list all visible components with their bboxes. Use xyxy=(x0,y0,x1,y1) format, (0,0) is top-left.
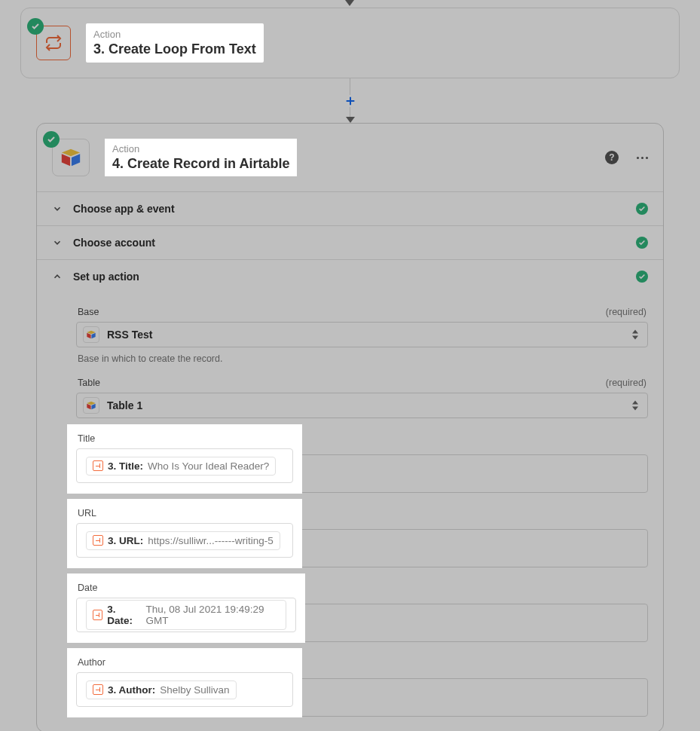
svg-marker-9 xyxy=(632,336,638,340)
section-label: Choose app & event xyxy=(73,203,175,215)
table-select[interactable]: Table 1 xyxy=(76,393,648,418)
field-url-highlight: URL 3. URL: https://sulliwr...------writ… xyxy=(67,499,302,568)
field-table: Table (required) Table 1 xyxy=(52,378,648,418)
status-check-icon xyxy=(636,271,648,283)
field-label-row: Base (required) xyxy=(52,307,648,317)
date-input[interactable]: 3. Date: Thu, 08 Jul 2021 19:49:29 GMT xyxy=(76,598,296,632)
chevron-down-icon xyxy=(52,203,63,214)
svg-marker-14 xyxy=(632,407,638,411)
title-input[interactable]: 3. Title: Who Is Your Ideal Reader? xyxy=(76,448,293,483)
pill-key: 3. Author: xyxy=(108,684,155,696)
chevron-down-icon xyxy=(52,237,63,248)
loop-source-icon xyxy=(93,610,102,620)
status-check-badge xyxy=(43,131,60,148)
step-3-eyebrow: Action xyxy=(93,29,256,40)
pill-value: Who Is Your Ideal Reader? xyxy=(148,460,269,472)
svg-marker-7 xyxy=(91,333,95,338)
status-check-badge xyxy=(27,18,44,35)
required-indicator: (required) xyxy=(606,378,647,388)
svg-marker-8 xyxy=(632,330,638,334)
step-4-title: 4. Create Record in Airtable xyxy=(112,156,289,172)
svg-marker-12 xyxy=(91,404,95,409)
section-label: Set up action xyxy=(73,271,139,283)
sort-arrows-icon xyxy=(632,329,638,340)
connector-line xyxy=(350,107,350,118)
pill-value: Shelby Sullivan xyxy=(160,684,229,696)
base-select-value: RSS Test xyxy=(107,329,152,341)
field-label: Table xyxy=(78,378,100,388)
status-check-icon xyxy=(636,237,648,249)
sort-arrows-icon xyxy=(632,400,638,411)
field-title-highlight: Title 3. Title: Who Is Your Ideal Reader… xyxy=(67,424,302,494)
svg-marker-4 xyxy=(72,154,80,166)
mapped-value-pill[interactable]: 3. Date: Thu, 08 Jul 2021 19:49:29 GMT xyxy=(86,600,286,630)
svg-marker-3 xyxy=(62,154,70,166)
step-4-icon-wrap xyxy=(52,139,90,176)
author-input[interactable]: 3. Author: Shelby Sullivan xyxy=(76,672,293,707)
step-3-title: 3. Create Loop From Text xyxy=(93,41,256,57)
step-3-card[interactable]: Action 3. Create Loop From Text xyxy=(20,8,680,78)
section-choose-app-event[interactable]: Choose app & event xyxy=(37,191,663,225)
connector-arrowhead-top xyxy=(345,0,354,6)
table-select-value: Table 1 xyxy=(107,399,142,411)
section-label: Choose account xyxy=(73,237,155,249)
base-help-text: Base in which to create the record. xyxy=(78,353,648,364)
pill-value: Thu, 08 Jul 2021 19:49:29 GMT xyxy=(146,604,280,626)
step-4-title-box: Action 4. Create Record in Airtable xyxy=(105,139,297,176)
connector-line xyxy=(350,78,350,95)
airtable-icon xyxy=(83,397,99,414)
step-4-header-actions: ? xyxy=(605,151,648,164)
mapped-value-pill[interactable]: 3. Author: Shelby Sullivan xyxy=(86,681,237,699)
field-label: Title xyxy=(78,433,293,444)
url-input[interactable]: 3. URL: https://sulliwr...------writing-… xyxy=(76,523,293,558)
status-check-icon xyxy=(636,203,648,215)
connector xyxy=(0,78,700,123)
step-4-header: Action 4. Create Record in Airtable ? xyxy=(37,124,663,191)
field-label-row: Table (required) xyxy=(52,378,648,388)
section-choose-account[interactable]: Choose account xyxy=(37,225,663,259)
step-3-title-box: Action 3. Create Loop From Text xyxy=(86,23,264,63)
connector-arrowhead xyxy=(346,117,355,123)
pill-key: 3. URL: xyxy=(108,535,143,546)
add-step-button[interactable] xyxy=(343,93,358,109)
mapped-value-pill[interactable]: 3. URL: https://sulliwr...------writing-… xyxy=(86,531,280,550)
svg-marker-11 xyxy=(87,404,90,409)
loop-source-icon xyxy=(93,684,103,695)
field-label: URL xyxy=(78,508,293,518)
pill-key: 3. Title: xyxy=(108,460,143,472)
help-icon[interactable]: ? xyxy=(605,151,619,164)
field-label: Author xyxy=(78,657,293,668)
svg-marker-2 xyxy=(62,149,80,156)
base-select[interactable]: RSS Test xyxy=(76,322,648,347)
chevron-up-icon xyxy=(52,271,63,282)
field-base: Base (required) RSS Test Base in which xyxy=(52,307,648,364)
loop-source-icon xyxy=(93,460,103,471)
setup-action-form: Base (required) RSS Test Base in which xyxy=(37,307,663,731)
airtable-icon xyxy=(83,326,99,343)
pill-value: https://sulliwr...------writing-5 xyxy=(148,535,274,546)
pill-key: 3. Date: xyxy=(107,604,141,626)
mapped-value-pill[interactable]: 3. Title: Who Is Your Ideal Reader? xyxy=(86,457,276,476)
svg-marker-6 xyxy=(87,333,90,338)
step-4-card: Action 4. Create Record in Airtable ? Ch… xyxy=(36,123,664,731)
svg-marker-5 xyxy=(87,331,95,334)
loop-source-icon xyxy=(93,535,103,546)
svg-marker-13 xyxy=(632,401,638,405)
svg-marker-10 xyxy=(87,402,95,405)
step-4-eyebrow: Action xyxy=(112,143,289,154)
required-indicator: (required) xyxy=(606,307,647,317)
field-author-highlight: Author 3. Author: Shelby Sullivan xyxy=(67,648,302,717)
field-label: Date xyxy=(78,583,296,593)
more-menu-icon[interactable] xyxy=(637,151,648,164)
field-date-highlight: Date 3. Date: Thu, 08 Jul 2021 19:49:29 … xyxy=(67,573,305,643)
field-label: Base xyxy=(78,307,99,317)
section-setup-action[interactable]: Set up action xyxy=(37,259,663,293)
step-3-icon-wrap xyxy=(36,26,71,60)
